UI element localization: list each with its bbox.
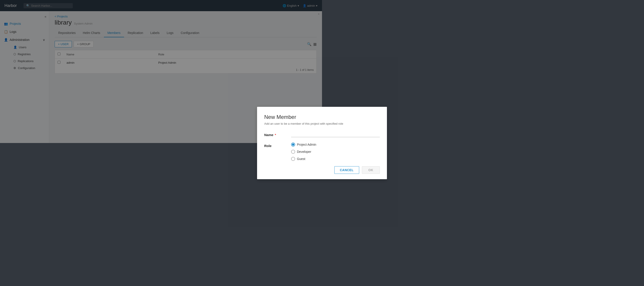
dialog-title: New Member [264, 114, 322, 120]
radio-project-admin [291, 143, 295, 143]
name-input[interactable] [291, 132, 322, 137]
role-label: Role [264, 143, 291, 143]
dialog-subtitle: Add an user to be a member of this proje… [264, 122, 322, 125]
role-form-row: Role Project Admin Developer Guest [264, 143, 322, 143]
name-form-row: Name * [264, 132, 322, 137]
modal-overlay: New Member Add an user to be a member of… [0, 0, 322, 143]
role-option-project-admin[interactable]: Project Admin [291, 143, 322, 143]
role-project-admin-label: Project Admin [297, 143, 316, 143]
role-radio-group: Project Admin Developer Guest [291, 143, 322, 143]
required-indicator: * [275, 133, 276, 137]
name-label: Name * [264, 132, 291, 137]
new-member-dialog: New Member Add an user to be a member of… [257, 107, 322, 143]
name-field [291, 132, 322, 137]
